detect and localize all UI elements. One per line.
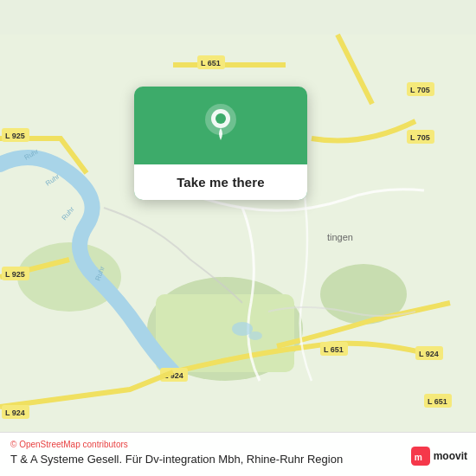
- location-popup: Take me there: [134, 87, 307, 200]
- take-me-there-button[interactable]: Take me there: [134, 164, 307, 200]
- svg-point-31: [248, 331, 262, 340]
- moovit-label: moovit: [434, 450, 467, 462]
- svg-text:L 651: L 651: [428, 397, 447, 406]
- bottom-info-bar: © OpenStreetMap contributors T & A Syste…: [0, 432, 476, 476]
- moovit-badge: m moovit: [411, 447, 467, 466]
- svg-text:L 651: L 651: [324, 345, 344, 354]
- svg-point-34: [215, 113, 226, 124]
- moovit-logo-icon: m: [411, 447, 430, 466]
- svg-text:L 705: L 705: [410, 133, 430, 142]
- map-attribution: © OpenStreetMap contributors: [10, 440, 466, 449]
- svg-text:L 925: L 925: [5, 270, 25, 279]
- map-background: Ruhr Ruhr Ruhr Ruhr L 651 L 705 L 705 L …: [0, 0, 476, 476]
- svg-text:L 924: L 924: [5, 408, 25, 417]
- map-pin-icon: [200, 102, 241, 144]
- svg-text:L 705: L 705: [410, 86, 430, 94]
- svg-text:L 651: L 651: [201, 59, 221, 68]
- map-container: Ruhr Ruhr Ruhr Ruhr L 651 L 705 L 705 L …: [0, 0, 476, 476]
- svg-text:tingen: tingen: [327, 232, 353, 242]
- place-name: T & A Systeme Gesell. Für Dv-integration…: [10, 452, 466, 467]
- svg-text:L 924: L 924: [419, 350, 439, 358]
- svg-text:m: m: [414, 453, 421, 462]
- svg-text:L 925: L 925: [5, 132, 25, 140]
